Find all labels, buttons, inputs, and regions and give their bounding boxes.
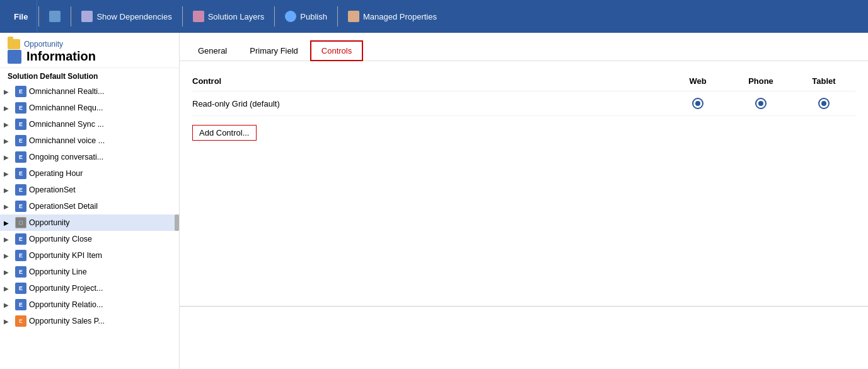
tablet-radio-circle[interactable] (818, 98, 830, 109)
show-dependencies-button[interactable]: Show Dependencies (72, 0, 180, 33)
add-control-btn[interactable]: Add Control... (192, 125, 257, 141)
list-item[interactable]: ▶ E Ongoing conversati... (0, 149, 179, 165)
col-header-control: Control (192, 76, 666, 86)
list-item[interactable]: ▶ E Omnichannel Realti... (0, 83, 179, 100)
expand-arrow: ▶ (4, 105, 13, 112)
expand-arrow: ▶ (4, 138, 13, 144)
toolbar-separator-4 (274, 6, 275, 26)
entity-icon: E (15, 233, 26, 245)
toolbar-separator-2 (71, 6, 71, 26)
folder-icon (8, 39, 20, 49)
tab-general[interactable]: General (187, 41, 238, 61)
toolbar-separator-1 (38, 6, 39, 26)
table-row: Read-only Grid (default) (192, 91, 855, 116)
publish-icon (285, 11, 296, 22)
list-item[interactable]: ▶ E Opportunity KPI Item (0, 247, 179, 264)
tab-primary-field[interactable]: Primary Field (239, 41, 309, 61)
save-icon (49, 11, 61, 22)
web-radio-circle[interactable] (692, 98, 703, 109)
entity-icon: E (15, 151, 26, 163)
col-header-phone: Phone (729, 76, 792, 86)
controls-table-header: Control Web Phone Tablet (192, 71, 855, 91)
phone-radio[interactable] (729, 98, 792, 109)
entity-icon: E (15, 283, 26, 294)
entity-icon: E (15, 184, 26, 196)
expand-arrow: ▶ (4, 285, 13, 292)
expand-arrow: ▶ (4, 302, 13, 308)
entity-icon-gray: □ (15, 217, 26, 228)
file-button[interactable]: File (5, 0, 37, 33)
expand-arrow: ▶ (4, 121, 13, 128)
toolbar-separator-5 (337, 6, 338, 26)
list-item[interactable]: ▶ E OperationSet Detail (0, 198, 179, 214)
content-area: General Primary Field Controls Control W… (180, 33, 868, 369)
expand-arrow: ▶ (4, 154, 13, 161)
controls-table-area: Control Web Phone Tablet Read-only Grid … (180, 61, 868, 306)
tabs-bar: General Primary Field Controls (180, 33, 868, 61)
sidebar-item-opportunity[interactable]: ▶ □ Opportunity (0, 214, 179, 231)
sidebar-header: Opportunity Information (0, 33, 179, 68)
list-item[interactable]: ▶ E Omnichannel voice ... (0, 132, 179, 149)
toolbar: File Show Dependencies Solution Layers P… (0, 0, 868, 33)
control-name: Read-only Grid (default) (192, 99, 666, 108)
managed-properties-button[interactable]: Managed Properties (339, 0, 446, 33)
sidebar-item-opportunity-close[interactable]: ▶ E Opportunity Close (0, 231, 179, 247)
tab-controls[interactable]: Controls (310, 40, 363, 61)
entity-icon: E (15, 102, 26, 114)
expand-arrow: ▶ (4, 170, 13, 177)
entity-title: Information (8, 49, 171, 64)
list-item[interactable]: ▶ E Opportunity Sales P... (0, 313, 179, 329)
list-item[interactable]: ▶ E Opportunity Project... (0, 280, 179, 296)
expand-arrow: ▶ (4, 187, 13, 194)
save-button[interactable] (40, 0, 69, 33)
phone-radio-circle[interactable] (755, 98, 767, 109)
entity-icon: E (15, 266, 26, 278)
expand-arrow: ▶ (4, 236, 13, 243)
expand-arrow: ▶ (4, 203, 13, 210)
entity-icon: E (15, 119, 26, 130)
entity-icon: E (15, 135, 26, 146)
list-item[interactable]: ▶ E Opportunity Relatio... (0, 296, 179, 313)
solution-layers-button[interactable]: Solution Layers (184, 0, 274, 33)
entity-breadcrumb: Opportunity (8, 39, 171, 49)
entity-icon: E (15, 250, 26, 261)
entity-icon: E (15, 86, 26, 97)
solution-label: Solution Default Solution (0, 68, 179, 83)
expand-arrow: ▶ (4, 88, 13, 95)
entity-icon-yellow: E (15, 315, 26, 327)
entity-icon (8, 50, 21, 64)
tablet-radio[interactable] (792, 98, 855, 109)
sidebar-list: ▶ E Omnichannel Realti... ▶ E Omnichanne… (0, 83, 179, 369)
sidebar-item-opportunity-line[interactable]: ▶ E Opportunity Line (0, 264, 179, 280)
list-item[interactable]: ▶ E Omnichannel Requ... (0, 100, 179, 116)
sidebar: Opportunity Information Solution Default… (0, 33, 180, 369)
expand-arrow: ▶ (4, 269, 13, 276)
expand-arrow: ▶ (4, 220, 13, 226)
scrollbar-indicator (175, 214, 179, 231)
entity-icon: E (15, 201, 26, 212)
sidebar-item-operating-hour[interactable]: ▶ E Operating Hour (0, 165, 179, 182)
col-header-tablet: Tablet (792, 76, 855, 86)
expand-arrow: ▶ (4, 252, 13, 259)
bottom-panel (180, 306, 868, 369)
solution-layers-icon (193, 11, 204, 22)
list-item[interactable]: ▶ E Omnichannel Sync ... (0, 116, 179, 132)
expand-arrow: ▶ (4, 318, 13, 325)
col-header-web: Web (666, 76, 729, 86)
web-radio[interactable] (666, 98, 729, 109)
toolbar-separator-3 (182, 6, 183, 26)
dependencies-icon (81, 11, 93, 22)
list-item[interactable]: ▶ E OperationSet (0, 182, 179, 198)
managed-properties-icon (348, 11, 359, 22)
entity-icon: E (15, 168, 26, 179)
entity-icon: E (15, 299, 26, 310)
publish-button[interactable]: Publish (276, 0, 336, 33)
main-layout: Opportunity Information Solution Default… (0, 33, 868, 369)
